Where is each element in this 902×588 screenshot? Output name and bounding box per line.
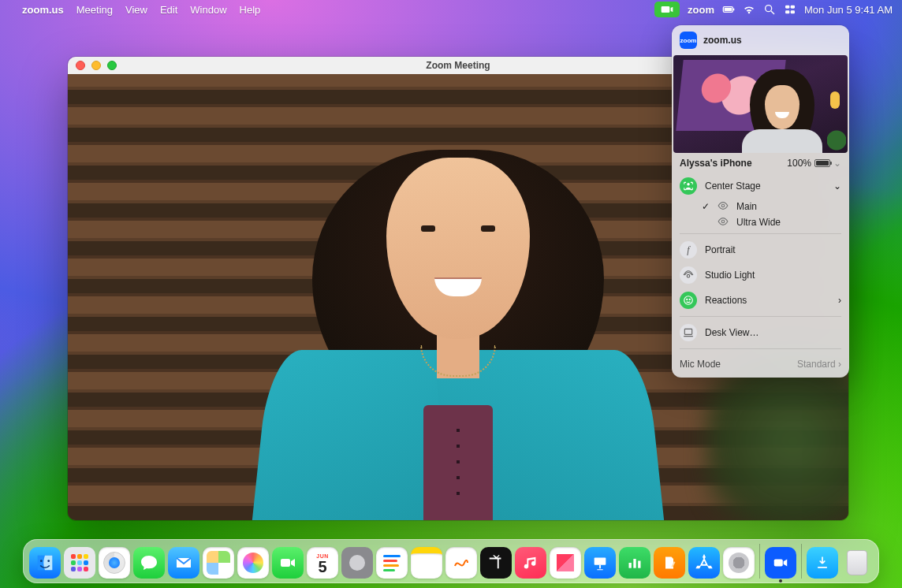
dock-pages[interactable] [654, 547, 685, 579]
dock-separator [759, 544, 760, 579]
dock-trash[interactable] [841, 547, 873, 579]
svg-point-17 [40, 560, 43, 562]
main-participant [237, 74, 679, 520]
dock-safari[interactable] [99, 547, 130, 579]
center-stage-label: Center Stage [705, 180, 761, 192]
studio-light-icon [680, 266, 697, 284]
dock-messages[interactable] [133, 547, 165, 579]
device-battery: 100% ⌄ [787, 158, 841, 169]
svg-rect-1 [725, 8, 732, 11]
calendar-day: 5 [318, 559, 326, 575]
dock-facetime[interactable] [272, 547, 304, 579]
video-effects-panel: zoom zoom.us Alyssa's iPhone 100% ⌄ Cent… [672, 25, 849, 378]
svg-rect-20 [594, 558, 606, 565]
dock-zoom[interactable] [765, 547, 796, 579]
dock-freeform[interactable] [445, 547, 477, 579]
mic-mode-row[interactable]: Mic Mode Standard › [672, 352, 849, 378]
dock-mail[interactable] [168, 547, 199, 579]
svg-rect-21 [629, 563, 632, 568]
camera-main-label: Main [736, 201, 757, 212]
svg-rect-16 [684, 329, 691, 334]
svg-rect-7 [785, 10, 789, 13]
svg-rect-2 [733, 9, 734, 11]
svg-rect-6 [791, 6, 795, 9]
center-stage-row[interactable]: Center Stage ⌄ [672, 173, 849, 199]
studio-light-label: Studio Light [705, 270, 755, 281]
chevron-right-icon: › [838, 295, 841, 306]
svg-rect-24 [774, 559, 783, 566]
portrait-label: Portrait [705, 244, 736, 255]
device-row[interactable]: Alyssa's iPhone 100% ⌄ [672, 153, 849, 173]
center-stage-icon [680, 177, 697, 195]
dock-tv[interactable] [480, 547, 512, 579]
menu-meeting[interactable]: Meeting [76, 4, 113, 16]
desk-view-label: Desk View… [705, 327, 758, 338]
camera-preview [673, 55, 848, 153]
mic-mode-label: Mic Mode [680, 359, 721, 370]
reactions-icon [680, 292, 697, 309]
spotlight-icon[interactable] [763, 3, 776, 16]
desk-view-icon [680, 324, 697, 341]
camera-ultrawide-option[interactable]: Ultra Wide [672, 214, 849, 230]
panel-app-name: zoom.us [703, 35, 742, 46]
mic-mode-value: Standard [797, 359, 836, 370]
wifi-icon[interactable] [743, 3, 755, 16]
svg-rect-5 [785, 6, 789, 9]
menu-help[interactable]: Help [240, 4, 261, 16]
menu-window[interactable]: Window [190, 4, 226, 16]
dock-finder[interactable] [29, 547, 61, 579]
svg-line-4 [771, 11, 774, 14]
svg-point-13 [684, 296, 693, 305]
reactions-row[interactable]: Reactions › [672, 288, 849, 313]
svg-rect-23 [638, 561, 640, 568]
portrait-icon: f [680, 241, 697, 259]
control-center-icon[interactable] [784, 3, 796, 16]
video-icon [661, 3, 673, 16]
dock-photos[interactable] [237, 547, 269, 579]
status-app-label: zoom [688, 4, 714, 16]
svg-point-9 [687, 183, 690, 186]
dock-keynote[interactable] [584, 547, 616, 579]
dock-separator [801, 544, 802, 579]
dock-app-store[interactable] [688, 547, 720, 579]
menu-edit[interactable]: Edit [160, 4, 177, 16]
menubar-clock[interactable]: Mon Jun 5 9:41 AM [804, 4, 893, 16]
menubar-app-name[interactable]: zoom.us [22, 4, 64, 16]
svg-point-12 [687, 274, 690, 277]
dock-system-settings[interactable] [723, 547, 755, 579]
svg-point-15 [689, 299, 690, 300]
dock-maps[interactable] [203, 547, 234, 579]
camera-lens-icon [718, 217, 729, 228]
svg-point-18 [47, 560, 50, 562]
dock-contacts[interactable] [341, 547, 373, 579]
zoom-app-icon: zoom [680, 32, 697, 49]
camera-active-pill[interactable] [654, 2, 680, 17]
svg-point-10 [721, 204, 725, 207]
battery-icon[interactable] [722, 3, 735, 16]
camera-main-option[interactable]: ✓ Main [672, 199, 849, 214]
dock-calendar[interactable]: JUN5 [307, 547, 338, 579]
dock-music[interactable] [515, 547, 546, 579]
studio-light-row[interactable]: Studio Light [672, 262, 849, 288]
checkmark-icon: ✓ [702, 201, 710, 212]
portrait-row[interactable]: f Portrait [672, 237, 849, 262]
svg-rect-22 [633, 559, 636, 568]
camera-ultrawide-label: Ultra Wide [736, 217, 781, 228]
dock-launchpad[interactable] [64, 547, 95, 579]
reactions-label: Reactions [705, 295, 747, 306]
chevron-down-icon: ⌄ [833, 158, 841, 169]
dock-downloads[interactable] [807, 547, 838, 579]
desk-view-row[interactable]: Desk View… [672, 320, 849, 345]
device-name: Alyssa's iPhone [680, 158, 752, 169]
dock-numbers[interactable] [619, 547, 650, 579]
dock: JUN5 [23, 539, 879, 583]
menubar: zoom.us Meeting View Edit Window Help zo… [0, 0, 902, 19]
camera-lens-icon [718, 201, 729, 212]
svg-rect-8 [791, 10, 795, 13]
menu-view[interactable]: View [125, 4, 147, 16]
dock-reminders[interactable] [376, 547, 408, 579]
svg-point-3 [766, 6, 772, 12]
svg-rect-19 [281, 559, 290, 567]
dock-news[interactable] [550, 547, 581, 579]
dock-notes[interactable] [411, 547, 442, 579]
